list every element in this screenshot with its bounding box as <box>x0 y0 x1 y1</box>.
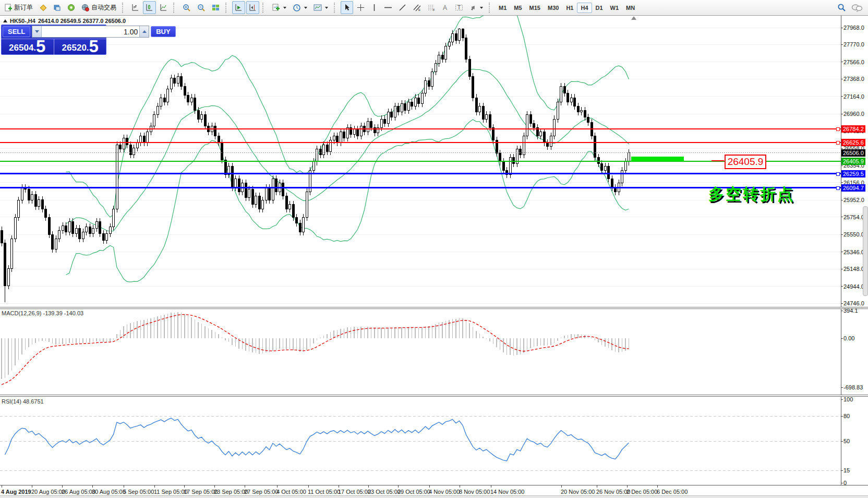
toolbar-gripper <box>262 3 266 13</box>
template-icon <box>314 4 322 11</box>
templates-dropdown-caret <box>325 7 328 9</box>
chat-icon[interactable] <box>851 4 863 12</box>
toolbar-gripper <box>122 3 126 13</box>
scrollbar-thumb[interactable] <box>863 206 868 296</box>
macd-tick-label: 394.1 <box>843 307 858 314</box>
text-button[interactable]: A <box>439 1 451 14</box>
chart-shift-button[interactable] <box>246 1 259 14</box>
price-callout[interactable]: 26405.9 <box>725 155 766 169</box>
vertical-line-button[interactable] <box>368 1 380 14</box>
bar-chart-button[interactable] <box>129 1 142 14</box>
time-axis-label: 27 Sep 05:00 <box>244 489 278 495</box>
volume-input[interactable] <box>42 26 139 37</box>
timeframe-button-m30[interactable]: M30 <box>544 3 562 13</box>
line-handle[interactable] <box>836 186 840 190</box>
text-label-icon: T <box>455 4 463 11</box>
autotrading-label: 自动交易 <box>91 3 116 12</box>
time-axis-tick <box>92 485 93 488</box>
terminal-button[interactable] <box>65 1 78 14</box>
templates-button[interactable] <box>311 1 331 14</box>
fibonacci-button[interactable]: F <box>425 1 438 14</box>
arrows-button[interactable] <box>467 1 486 14</box>
horizontal-line-icon <box>384 4 392 11</box>
indicators-dropdown-caret <box>283 7 286 9</box>
cursor-button[interactable] <box>341 1 353 14</box>
timeframe-button-h4[interactable]: H4 <box>577 3 592 13</box>
market-watch-button[interactable] <box>37 1 50 14</box>
horizontal-line-button[interactable] <box>381 1 395 14</box>
navigator-icon <box>53 4 61 11</box>
time-axis-tick <box>2 485 2 488</box>
level-price-label: 26094.7 <box>841 184 865 192</box>
periods-button[interactable] <box>290 1 310 14</box>
equidistant-channel-button[interactable]: E <box>410 1 424 14</box>
time-axis-tick <box>398 485 399 488</box>
arrow-up-icon <box>142 30 147 33</box>
rsi-pane[interactable] <box>0 397 868 485</box>
timeframe-button-mn[interactable]: MN <box>622 3 638 13</box>
navigator-button[interactable] <box>51 1 64 14</box>
auto-scroll-button[interactable] <box>232 1 245 14</box>
collapse-triangle-icon[interactable] <box>3 19 7 22</box>
sell-price: 26504.5 <box>1 39 54 55</box>
rsi-label: RSI(14) 48.6751 <box>2 398 44 405</box>
vertical-line-icon <box>371 4 378 11</box>
chart-shift-marker-icon[interactable] <box>631 16 636 20</box>
time-axis-tick <box>339 485 339 488</box>
arrows-dropdown-caret <box>480 7 483 9</box>
svg-text:E: E <box>418 8 420 11</box>
volume-increase-button[interactable] <box>139 26 149 37</box>
time-axis-tick <box>308 485 309 488</box>
buy-button[interactable]: BUY <box>151 26 175 37</box>
time-axis-tick <box>245 485 245 488</box>
timeframe-button-h1[interactable]: H1 <box>562 3 577 13</box>
timeframe-button-m15[interactable]: M15 <box>526 3 544 13</box>
new-order-button[interactable]: 新订单 <box>2 1 35 14</box>
time-axis-tick <box>124 485 124 488</box>
autotrading-button[interactable]: 自动交易 <box>79 1 119 14</box>
highlight-bar[interactable] <box>631 157 684 161</box>
timeframe-button-m5[interactable]: M5 <box>510 3 525 13</box>
line-chart-button[interactable] <box>157 1 170 14</box>
search-icon[interactable] <box>837 3 846 12</box>
candlestick-chart-button[interactable] <box>143 1 156 14</box>
window-bottom-edge <box>0 495 868 498</box>
price-tick-label: 27770.0 <box>843 41 864 48</box>
macd-label: MACD(12,26,9) -139.39 -140.03 <box>2 310 83 316</box>
price-tick-label: 24944.0 <box>843 283 864 290</box>
time-axis-label: 14 Nov 05:00 <box>490 489 524 495</box>
timeframe-button-d1[interactable]: D1 <box>592 3 607 13</box>
timeframe-button-w1[interactable]: W1 <box>607 3 623 13</box>
tile-windows-button[interactable] <box>209 1 222 14</box>
toolbar-gripper <box>489 3 492 13</box>
time-axis-tick <box>368 485 369 488</box>
auto-scroll-icon <box>235 4 243 11</box>
line-handle[interactable] <box>836 141 840 145</box>
time-axis-label: 4 Oct 05:00 <box>276 489 306 495</box>
annotation-text[interactable]: 多空转折点 <box>708 184 794 205</box>
timeframe-button-m1[interactable]: M1 <box>495 3 510 13</box>
sell-button[interactable]: SELL <box>3 26 30 37</box>
zoom-out-icon <box>197 4 206 12</box>
crosshair-button[interactable] <box>354 1 367 14</box>
trendline-button[interactable] <box>396 1 409 14</box>
level-price-label: 26405.9 <box>841 158 865 165</box>
price-tick-label: 27368.0 <box>843 76 864 82</box>
time-axis-label: 17 Oct 05:00 <box>338 489 371 495</box>
zoom-out-button[interactable] <box>195 1 208 14</box>
line-handle[interactable] <box>836 127 840 131</box>
zoom-in-button[interactable] <box>180 1 194 14</box>
time-axis-label: 23 Oct 05:00 <box>368 489 401 495</box>
indicators-button[interactable] <box>269 1 289 14</box>
chart-ohlc-values: 26414.0 26549.5 26377.0 26506.0 <box>38 18 126 24</box>
time-axis-label: 2 Dec 05:00 <box>626 489 657 495</box>
rsi-tick-label: 80 <box>843 413 850 419</box>
time-axis-tick <box>429 485 430 488</box>
macd-tick-label: 0.00 <box>843 335 854 341</box>
volume-decrease-button[interactable] <box>32 26 42 37</box>
macd-pane[interactable] <box>0 309 868 395</box>
line-handle[interactable] <box>836 172 840 176</box>
rsi-tick-label: 0 <box>843 480 847 486</box>
text-label-button[interactable]: T <box>452 1 466 14</box>
arrows-icon <box>469 4 477 11</box>
